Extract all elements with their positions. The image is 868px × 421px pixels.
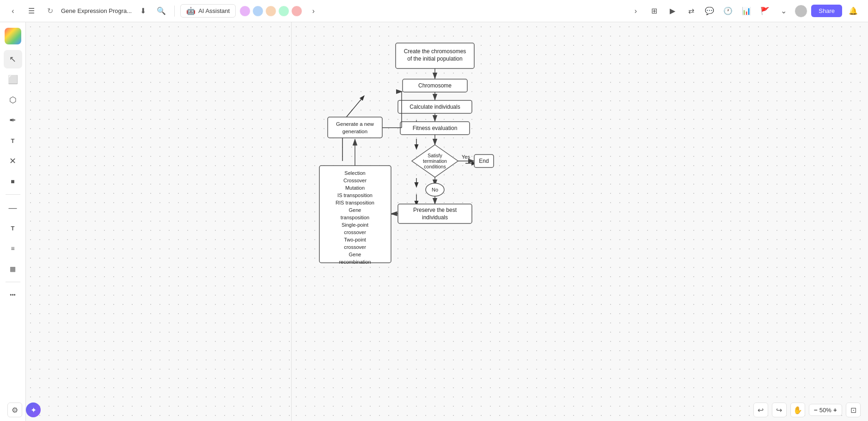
chevron-right-icon[interactable]: ›: [628, 4, 643, 19]
text2-tool[interactable]: T: [4, 219, 22, 237]
notification-bell[interactable]: 🔔: [846, 4, 861, 19]
svg-text:termination: termination: [423, 158, 447, 164]
divider: [174, 6, 175, 17]
bottombar-left: ⚙ ✦: [7, 402, 41, 417]
expand-button[interactable]: ›: [306, 4, 321, 19]
svg-text:Gene: Gene: [349, 207, 361, 213]
ai-icon: 🤖: [186, 6, 196, 15]
svg-text:Single-point: Single-point: [342, 222, 368, 228]
svg-text:generation: generation: [342, 129, 367, 134]
sidebar-divider2: [6, 282, 20, 282]
topbar-left: ‹ ☰ ↻ Gene Expression Progra... ⬇ 🔍 🤖 AI…: [0, 4, 621, 19]
svg-text:conditions: conditions: [424, 164, 446, 169]
play-icon[interactable]: ▶: [665, 4, 680, 19]
svg-text:Satisfy: Satisfy: [428, 153, 442, 158]
redo-button[interactable]: ↪: [772, 402, 787, 417]
topbar-right: › ⊞ ▶ ⇄ 💬 🕐 📊 🚩 ⌄ Share 🔔: [621, 4, 868, 19]
avatar-5: [291, 6, 302, 17]
svg-text:Preserve the best: Preserve the best: [413, 207, 457, 213]
chevron-down-icon[interactable]: ⌄: [776, 4, 791, 19]
svg-text:Calculate individuals: Calculate individuals: [410, 104, 460, 110]
svg-text:RIS transposition: RIS transposition: [336, 200, 374, 205]
svg-text:crossover: crossover: [344, 229, 366, 235]
svg-text:Two-point: Two-point: [344, 237, 366, 242]
bottombar: ⚙ ✦ ↩ ↪ ✋ − 50% + ⊡: [0, 399, 868, 421]
analytics-icon[interactable]: 📊: [739, 4, 754, 19]
back-button[interactable]: ‹: [6, 4, 20, 19]
bottombar-right: ↩ ↪ ✋ − 50% + ⊡: [753, 402, 861, 417]
ai-chat-button[interactable]: ✦: [26, 402, 41, 417]
collab-avatars: [239, 6, 302, 17]
more-tools[interactable]: •••: [4, 286, 22, 304]
download-button[interactable]: ⬇: [135, 4, 150, 19]
svg-text:No: No: [432, 187, 438, 192]
line-tool[interactable]: —: [4, 198, 22, 217]
svg-text:Fitness evaluation: Fitness evaluation: [413, 125, 458, 131]
menu-button[interactable]: ☰: [24, 4, 39, 19]
table-tool[interactable]: ▦: [4, 260, 22, 278]
svg-text:crossover: crossover: [344, 244, 366, 250]
pen-tool[interactable]: ✒: [4, 111, 22, 130]
sticky-tool[interactable]: ■: [4, 172, 22, 191]
grid-icon[interactable]: ⊞: [647, 4, 661, 19]
avatar-2: [252, 6, 263, 17]
text-tool[interactable]: T: [4, 131, 22, 150]
zoom-control[interactable]: − 50% +: [809, 404, 842, 416]
share-button[interactable]: Share: [811, 5, 842, 17]
connect-icon[interactable]: ⇄: [684, 4, 698, 19]
shape-tool[interactable]: ⬡: [4, 91, 22, 109]
cursor-tool[interactable]: ↖: [4, 50, 22, 68]
comment-icon[interactable]: 💬: [702, 4, 717, 19]
zoom-level: 50%: [819, 407, 831, 414]
avatar-1: [239, 6, 251, 17]
svg-text:Generate a new: Generate a new: [336, 121, 374, 127]
document-title: Gene Expression Progra...: [61, 7, 132, 14]
svg-text:Crossover: Crossover: [343, 178, 367, 183]
refresh-button[interactable]: ↻: [43, 4, 57, 19]
svg-text:Create the chromosomes: Create the chromosomes: [404, 48, 466, 55]
hand-tool[interactable]: ✋: [790, 402, 805, 417]
svg-rect-56: [328, 117, 382, 138]
canvas-left-panel[interactable]: [26, 22, 292, 421]
ai-assistant-label: AI Assistant: [198, 7, 230, 14]
svg-text:Gene: Gene: [349, 252, 361, 257]
sidebar-divider: [6, 194, 20, 195]
svg-text:Mutation: Mutation: [345, 185, 365, 191]
left-sidebar: ↖ ⬜ ⬡ ✒ T ✕ ■ — T ≡ ▦ •••: [0, 22, 26, 421]
svg-text:of the initial population: of the initial population: [407, 56, 462, 62]
zoom-out-button[interactable]: −: [814, 406, 818, 414]
flag-icon[interactable]: 🚩: [758, 4, 772, 19]
flowchart-diagram-main: Create the chromosomes of the initial po…: [296, 27, 564, 420]
canvas-right-panel[interactable]: Create the chromosomes of the initial po…: [292, 22, 868, 421]
app-logo: [5, 28, 21, 44]
svg-text:individuals: individuals: [422, 214, 448, 221]
ai-assistant-button[interactable]: 🤖 AI Assistant: [180, 4, 236, 18]
page-settings-button[interactable]: ⚙: [7, 402, 22, 417]
frame-tool[interactable]: ⬜: [4, 70, 22, 89]
clock-icon[interactable]: 🕐: [721, 4, 735, 19]
zoom-in-button[interactable]: +: [833, 406, 837, 414]
list-tool[interactable]: ≡: [4, 239, 22, 258]
svg-text:IS transposition: IS transposition: [337, 192, 373, 198]
svg-text:Selection: Selection: [344, 170, 365, 176]
svg-text:End: End: [479, 158, 489, 164]
fit-screen-button[interactable]: ⊡: [846, 402, 861, 417]
svg-text:Chromosome: Chromosome: [418, 82, 452, 89]
topbar: ‹ ☰ ↻ Gene Expression Progra... ⬇ 🔍 🤖 AI…: [0, 0, 868, 22]
svg-text:recombination: recombination: [339, 259, 371, 265]
search-button[interactable]: 🔍: [154, 4, 169, 19]
user-avatar: [795, 5, 807, 18]
svg-text:transposition: transposition: [341, 215, 369, 220]
avatar-4: [278, 6, 289, 17]
connector-tool[interactable]: ✕: [4, 152, 22, 170]
svg-text:Yes: Yes: [462, 154, 470, 160]
avatar-3: [265, 6, 276, 17]
canvas-area[interactable]: Create the chromosomes of the initial po…: [26, 22, 868, 421]
undo-button[interactable]: ↩: [753, 402, 768, 417]
